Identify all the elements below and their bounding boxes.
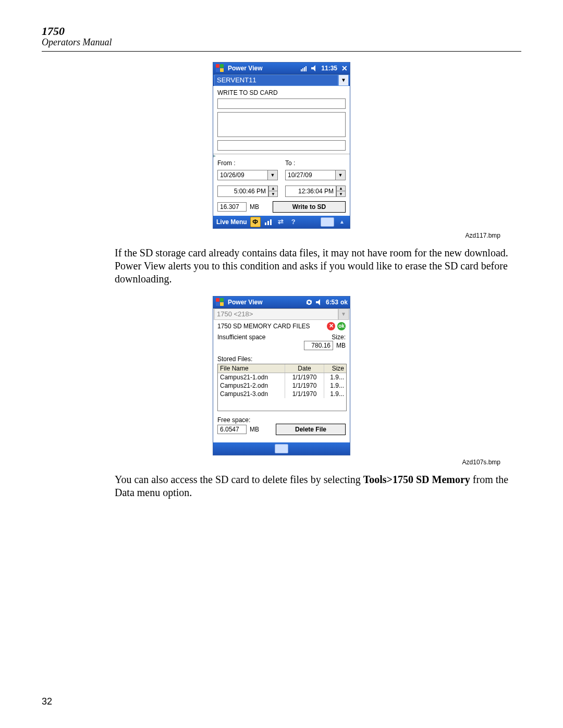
titlebar-title: Power View <box>228 65 262 72</box>
screenshot-sd-memory-files: Power View 6:53 ok 1750 <218> ▼ 1750 SD … <box>213 296 350 455</box>
to-label: To : <box>285 159 346 167</box>
size-unit: MB <box>250 203 259 211</box>
ok-icon[interactable]: ok <box>337 322 346 330</box>
svg-rect-5 <box>302 68 303 71</box>
titlebar: Power View 6:53 ok <box>213 297 350 308</box>
paragraph-2: You can also access the SD card to delet… <box>115 473 511 499</box>
svg-marker-8 <box>311 65 315 71</box>
to-time-value: 12:36:04 PM <box>285 186 336 197</box>
bottombar-help-icon[interactable]: ? <box>289 217 298 227</box>
delete-file-button[interactable]: Delete File <box>276 424 346 435</box>
bottombar-transfer-icon[interactable]: ⇄ <box>276 217 286 227</box>
svg-rect-14 <box>216 302 219 306</box>
page-header: 1750 Operators Manual <box>42 25 521 52</box>
file-table-header: File Name Date Size <box>218 364 346 373</box>
svg-rect-3 <box>220 68 224 72</box>
cell-date: 1/1/1970 <box>285 381 324 390</box>
svg-rect-0 <box>216 64 219 68</box>
data-slot-1 <box>217 98 346 109</box>
col-date[interactable]: Date <box>285 364 324 373</box>
titlebar: Power View 11:35 ✕ <box>213 63 350 74</box>
total-size-value: 780.16 <box>304 341 333 350</box>
cancel-icon[interactable]: ✕ <box>327 322 335 330</box>
spinner-up-icon[interactable]: ▲ <box>269 186 277 192</box>
col-filename[interactable]: File Name <box>218 364 285 373</box>
bottombar-up-icon[interactable]: ▲ <box>337 217 347 227</box>
device-dropdown[interactable]: 1750 <218> ▼ <box>213 308 350 320</box>
table-row[interactable]: Campus21-3.odn 1/1/1970 1.9... <box>218 390 346 398</box>
bottom-bar <box>213 442 350 455</box>
cell-filename: Campus21-3.odn <box>218 390 285 398</box>
cell-filename: Campus21-1.odn <box>218 373 285 381</box>
cell-size: 1.9... <box>324 381 346 390</box>
bottombar-chart-icon[interactable] <box>264 217 273 227</box>
windows-flag-icon[interactable] <box>215 64 225 73</box>
svg-rect-12 <box>216 298 219 302</box>
cell-date: 1/1/1970 <box>285 390 324 398</box>
header-rule <box>42 51 521 52</box>
page-number: 32 <box>42 696 52 707</box>
live-menu-button[interactable]: Live Menu <box>216 218 247 226</box>
section-title: WRITE TO SD CARD <box>217 89 346 96</box>
close-icon[interactable]: ✕ <box>339 63 350 73</box>
spinner-up-icon[interactable]: ▲ <box>337 186 345 192</box>
titlebar-time: 6:53 <box>326 299 338 306</box>
device-dropdown-arrow-icon[interactable]: ▼ <box>338 75 349 86</box>
insufficient-space-msg: Insufficient space <box>217 334 304 341</box>
screenshot-write-to-sd: Power View 11:35 ✕ SERVE <box>213 62 350 229</box>
svg-rect-2 <box>216 68 219 72</box>
cell-size: 1.9... <box>324 390 346 398</box>
write-to-sd-button[interactable]: Write to SD <box>273 201 346 213</box>
col-size[interactable]: Size <box>324 364 346 373</box>
svg-rect-1 <box>220 64 224 68</box>
spinner-down-icon[interactable]: ▼ <box>337 191 345 196</box>
spinner-down-icon[interactable]: ▼ <box>269 191 277 196</box>
volume-icon <box>311 64 319 72</box>
cell-size: 1.9... <box>324 373 346 381</box>
svg-rect-11 <box>270 219 272 225</box>
svg-rect-10 <box>267 221 269 225</box>
signal-icon <box>300 64 309 72</box>
windows-flag-icon[interactable] <box>215 298 225 307</box>
file-table[interactable]: File Name Date Size Campus21-1.odn 1/1/1… <box>217 364 347 411</box>
svg-rect-4 <box>301 69 302 71</box>
ok-button[interactable]: ok <box>340 299 348 306</box>
cell-date: 1/1/1970 <box>285 373 324 381</box>
download-size-value: 16.307 <box>217 202 247 212</box>
free-space-unit: MB <box>250 426 259 433</box>
to-date-dropdown[interactable]: 10/27/09 ▼ <box>285 170 346 180</box>
figure-caption-1: Azd117.bmp <box>42 232 500 239</box>
free-space-label: Free space: <box>217 416 346 424</box>
svg-marker-16 <box>316 299 320 305</box>
to-time-spinner[interactable]: 12:36:04 PM ▲ ▼ <box>285 186 346 197</box>
sync-icon <box>305 298 313 306</box>
from-date-value: 10/26/09 <box>217 170 267 180</box>
keyboard-icon[interactable] <box>275 444 288 453</box>
section-header: 1750 SD MEMORY CARD FILES <box>217 323 325 330</box>
svg-rect-9 <box>265 223 266 225</box>
titlebar-time: 11:35 <box>321 65 337 72</box>
device-name: SERVENT11 <box>214 75 338 86</box>
svg-rect-6 <box>304 67 305 71</box>
from-time-spinner[interactable]: 5:00:46 PM ▲ ▼ <box>217 186 278 197</box>
total-size-unit: MB <box>336 342 346 349</box>
table-row[interactable]: Campus21-1.odn 1/1/1970 1.9... <box>218 373 346 381</box>
device-dropdown[interactable]: SERVENT11 ▼ <box>213 74 350 86</box>
header-subtitle: Operators Manual <box>42 38 521 48</box>
bottombar-phi-icon[interactable]: Φ <box>250 217 261 227</box>
device-name: 1750 <218> <box>214 309 338 320</box>
table-row[interactable]: Campus21-2.odn 1/1/1970 1.9... <box>218 381 346 390</box>
chevron-down-icon[interactable]: ▼ <box>335 170 346 180</box>
keyboard-icon[interactable] <box>321 217 334 227</box>
bottom-bar: Live Menu Φ ⇄ ? ▲ <box>213 216 350 228</box>
stored-files-label: Stored Files: <box>217 355 346 363</box>
paragraph-1: If the SD storage card already contains … <box>115 246 511 286</box>
size-label: Size: <box>304 334 346 341</box>
free-space-value: 6.0547 <box>217 425 247 434</box>
from-date-dropdown[interactable]: 10/26/09 ▼ <box>217 170 278 180</box>
from-label: From : <box>217 159 278 167</box>
figure-caption-2: Azd107s.bmp <box>42 459 500 466</box>
chevron-down-icon[interactable]: ▼ <box>267 170 278 180</box>
header-model: 1750 <box>42 25 521 38</box>
to-date-value: 10/27/09 <box>285 170 335 180</box>
